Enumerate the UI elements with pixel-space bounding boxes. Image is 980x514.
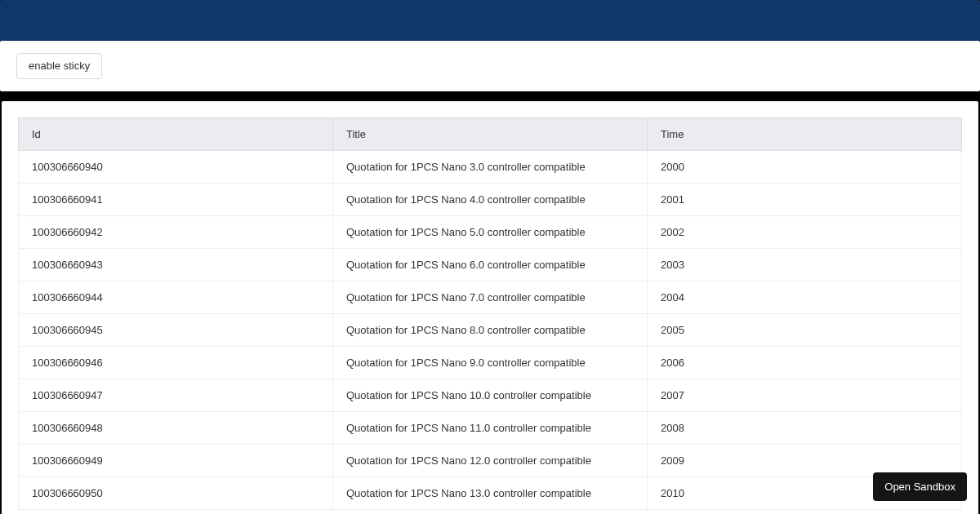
table-row: 100306660948Quotation for 1PCS Nano 11.0… (19, 411, 962, 444)
table-cell-time: 2004 (648, 281, 962, 313)
table-cell-title: Quotation for 1PCS Nano 5.0 controller c… (333, 215, 648, 248)
table-cell-title: Quotation for 1PCS Nano 4.0 controller c… (333, 183, 648, 215)
control-panel: enable sticky (0, 41, 980, 91)
table-row: 100306660940Quotation for 1PCS Nano 3.0 … (19, 150, 962, 183)
table-row: 100306660944Quotation for 1PCS Nano 7.0 … (19, 281, 962, 313)
table-cell-time: 2002 (648, 215, 962, 248)
table-row: 100306660941Quotation for 1PCS Nano 4.0 … (19, 183, 962, 215)
table-cell-id: 100306660944 (19, 281, 333, 313)
table-cell-time: 2008 (648, 411, 962, 444)
table-row: 100306660942Quotation for 1PCS Nano 5.0 … (19, 215, 962, 248)
table-row: 100306660947Quotation for 1PCS Nano 10.0… (19, 379, 962, 411)
data-table: Id Title Time 100306660940Quotation for … (18, 117, 962, 510)
table-cell-time: 2003 (648, 248, 962, 281)
table-cell-id: 100306660949 (19, 444, 333, 476)
table-cell-id: 100306660946 (19, 346, 333, 379)
table-header-title: Title (333, 117, 648, 150)
table-cell-title: Quotation for 1PCS Nano 12.0 controller … (333, 444, 648, 476)
table-header-time: Time (648, 117, 962, 150)
table-cell-time: 2005 (648, 313, 962, 346)
table-cell-id: 100306660950 (19, 476, 333, 509)
table-cell-id: 100306660941 (19, 183, 333, 215)
enable-sticky-button[interactable]: enable sticky (16, 53, 102, 79)
table-cell-id: 100306660942 (19, 215, 333, 248)
table-row: 100306660945Quotation for 1PCS Nano 8.0 … (19, 313, 962, 346)
table-cell-id: 100306660940 (19, 150, 333, 183)
table-cell-title: Quotation for 1PCS Nano 6.0 controller c… (333, 248, 648, 281)
table-header-id: Id (19, 117, 333, 150)
table-row: 100306660950Quotation for 1PCS Nano 13.0… (19, 476, 962, 509)
table-row: 100306660949Quotation for 1PCS Nano 12.0… (19, 444, 962, 476)
table-cell-title: Quotation for 1PCS Nano 3.0 controller c… (333, 150, 648, 183)
table-header-row: Id Title Time (19, 117, 962, 150)
table-cell-title: Quotation for 1PCS Nano 10.0 controller … (333, 379, 648, 411)
table-cell-time: 2000 (648, 150, 962, 183)
table-row: 100306660946Quotation for 1PCS Nano 9.0 … (19, 346, 962, 379)
table-cell-time: 2001 (648, 183, 962, 215)
table-cell-title: Quotation for 1PCS Nano 8.0 controller c… (333, 313, 648, 346)
table-cell-id: 100306660945 (19, 313, 333, 346)
table-row: 100306660943Quotation for 1PCS Nano 6.0 … (19, 248, 962, 281)
header-bar (0, 0, 980, 41)
table-cell-time: 2007 (648, 379, 962, 411)
table-cell-title: Quotation for 1PCS Nano 13.0 controller … (333, 476, 648, 509)
table-cell-title: Quotation for 1PCS Nano 7.0 controller c… (333, 281, 648, 313)
table-cell-title: Quotation for 1PCS Nano 11.0 controller … (333, 411, 648, 444)
open-sandbox-button[interactable]: Open Sandbox (873, 472, 967, 501)
table-cell-id: 100306660948 (19, 411, 333, 444)
table-cell-id: 100306660947 (19, 379, 333, 411)
table-container: Id Title Time 100306660940Quotation for … (2, 101, 978, 515)
table-cell-time: 2009 (648, 444, 962, 476)
table-cell-title: Quotation for 1PCS Nano 9.0 controller c… (333, 346, 648, 379)
table-cell-id: 100306660943 (19, 248, 333, 281)
table-cell-time: 2006 (648, 346, 962, 379)
